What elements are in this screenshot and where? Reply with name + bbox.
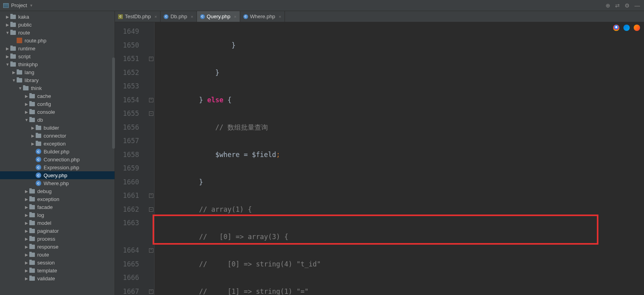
fold-marker[interactable]: − <box>149 111 153 116</box>
chevron-right-icon[interactable]: ▶ <box>25 205 29 209</box>
chevron-right-icon[interactable]: ▶ <box>25 229 29 233</box>
chevron-right-icon[interactable]: ▶ <box>25 276 29 281</box>
tree-item-config[interactable]: ▶config <box>0 100 115 108</box>
chevron-right-icon[interactable]: ▶ <box>25 102 29 106</box>
chevron-right-icon[interactable]: ▶ <box>25 268 29 273</box>
tree-item-label: builder <box>44 125 59 131</box>
tree-item-session[interactable]: ▶session <box>0 259 115 266</box>
collapse-icon[interactable]: — <box>634 2 640 9</box>
chevron-right-icon[interactable]: ▶ <box>25 221 29 225</box>
code-editor[interactable]: } } } else { // 数组批量查询 $where = $field; … <box>155 22 644 295</box>
tree-item-exception[interactable]: ▶exception <box>0 140 115 148</box>
close-icon[interactable]: × <box>234 14 236 19</box>
chevron-down-icon[interactable]: ▼ <box>6 31 10 35</box>
tree-item-route[interactable]: ▼route <box>0 29 115 36</box>
tree-item-label: db <box>37 117 43 123</box>
folder-icon <box>10 62 16 67</box>
tree-item-lang[interactable]: ▶lang <box>0 68 115 76</box>
close-icon[interactable]: × <box>155 14 157 19</box>
chevron-right-icon[interactable]: ▶ <box>25 213 29 217</box>
tree-item-runtime[interactable]: ▶runtime <box>0 44 115 52</box>
close-icon[interactable]: × <box>191 14 193 19</box>
tree-item-expression-php[interactable]: ▶CExpression.php <box>0 163 115 171</box>
chevron-right-icon[interactable]: ▶ <box>31 134 35 138</box>
tab-testdb-php[interactable]: CTestDb.php× <box>115 11 161 22</box>
tree-item-cache[interactable]: ▶cache <box>0 92 115 100</box>
chevron-right-icon[interactable]: ▶ <box>25 253 29 257</box>
tree-item-thinkphp[interactable]: ▼thinkphp <box>0 60 115 68</box>
fold-marker[interactable]: ⌃ <box>149 193 153 198</box>
chevron-right-icon[interactable]: ▶ <box>6 54 10 59</box>
php-file-icon: C <box>243 14 248 19</box>
fold-marker[interactable]: ⌃ <box>149 248 153 253</box>
target-icon[interactable]: ⊕ <box>606 2 610 9</box>
tree-item-label: route.php <box>25 38 46 44</box>
settings-slider-icon[interactable]: ⇄ <box>615 2 620 9</box>
tree-item-builder-php[interactable]: ▶CBuilder.php <box>0 148 115 155</box>
tree-item-facade[interactable]: ▶facade <box>0 203 115 211</box>
chevron-down-icon[interactable]: ▼ <box>12 78 16 82</box>
folder-icon <box>29 245 35 249</box>
chevron-right-icon[interactable]: ▶ <box>6 46 10 51</box>
chevron-right-icon[interactable]: ▶ <box>31 126 35 130</box>
tree-item-db[interactable]: ▼db <box>0 116 115 124</box>
tree-item-log[interactable]: ▶log <box>0 211 115 219</box>
chevron-right-icon[interactable]: ▶ <box>25 261 29 265</box>
folder-icon <box>17 70 22 75</box>
chevron-right-icon[interactable]: ▶ <box>25 245 29 249</box>
chevron-right-icon[interactable]: ▶ <box>25 237 29 241</box>
tree-item-connector[interactable]: ▶connector <box>0 132 115 140</box>
tree-item-response[interactable]: ▶response <box>0 243 115 251</box>
project-dropdown[interactable]: Project ▼ <box>0 2 36 8</box>
tree-item-label: exception <box>37 196 59 202</box>
folder-icon <box>10 23 16 27</box>
tree-item-label: public <box>18 22 32 28</box>
tab-db-php[interactable]: CDb.php× <box>161 11 197 22</box>
tree-item-where-php[interactable]: ▶CWhere.php <box>0 179 115 187</box>
tree-item-connection-php[interactable]: ▶CConnection.php <box>0 155 115 163</box>
chevron-right-icon[interactable]: ▶ <box>25 189 29 193</box>
fold-marker[interactable]: ⌃ <box>149 289 153 294</box>
tree-item-query-php[interactable]: ▶CQuery.php <box>0 171 115 179</box>
tree-item-think[interactable]: ▼think <box>0 84 115 92</box>
fold-marker[interactable]: ⌃ <box>149 57 153 61</box>
chevron-down-icon[interactable]: ▼ <box>25 118 29 122</box>
tree-item-route[interactable]: ▶route <box>0 251 115 259</box>
tree-item-route-php[interactable]: ▶route.php <box>0 36 115 44</box>
folder-icon <box>36 134 41 138</box>
chevron-right-icon[interactable]: ▶ <box>25 110 29 114</box>
tab-query-php[interactable]: CQuery.php× <box>197 11 240 22</box>
tree-item-exception[interactable]: ▶exception <box>0 195 115 203</box>
tree-item-label: exception <box>44 141 66 147</box>
tree-item-debug[interactable]: ▶debug <box>0 187 115 195</box>
chevron-down-icon[interactable]: ▼ <box>18 86 22 90</box>
close-icon[interactable]: × <box>279 14 281 19</box>
gear-icon[interactable]: ⚙ <box>625 2 630 9</box>
tree-item-console[interactable]: ▶console <box>0 108 115 116</box>
tree-item-library[interactable]: ▼library <box>0 76 115 84</box>
chevron-right-icon[interactable]: ▶ <box>31 142 35 146</box>
tree-item-script[interactable]: ▶script <box>0 52 115 60</box>
chevron-right-icon[interactable]: ▶ <box>25 94 29 98</box>
tree-item-builder[interactable]: ▶builder <box>0 124 115 132</box>
line-number: 1665 <box>115 257 154 271</box>
chevron-right-icon[interactable]: ▶ <box>6 23 10 27</box>
chevron-right-icon[interactable]: ▶ <box>12 70 16 75</box>
tree-item-kaka[interactable]: ▶kaka <box>0 13 115 21</box>
tree-item-label: library <box>25 77 38 83</box>
tree-item-template[interactable]: ▶template <box>0 266 115 274</box>
tree-item-paginator[interactable]: ▶paginator <box>0 227 115 235</box>
fold-marker[interactable]: ⌃ <box>149 98 153 102</box>
fold-marker[interactable]: − <box>149 207 153 212</box>
tree-item-label: connector <box>44 133 66 139</box>
tab-where-php[interactable]: CWhere.php× <box>240 11 285 22</box>
project-tree-sidebar[interactable]: ▶kaka▶public▼route▶route.php▶runtime▶scr… <box>0 11 115 295</box>
tree-item-model[interactable]: ▶model <box>0 219 115 227</box>
chevron-down-icon[interactable]: ▼ <box>6 62 10 67</box>
tree-item-validate[interactable]: ▶validate <box>0 274 115 282</box>
sidebar-scrollbar[interactable] <box>112 57 115 149</box>
chevron-right-icon[interactable]: ▶ <box>6 15 10 19</box>
tree-item-public[interactable]: ▶public <box>0 21 115 29</box>
tree-item-process[interactable]: ▶process <box>0 235 115 243</box>
chevron-right-icon[interactable]: ▶ <box>25 197 29 201</box>
